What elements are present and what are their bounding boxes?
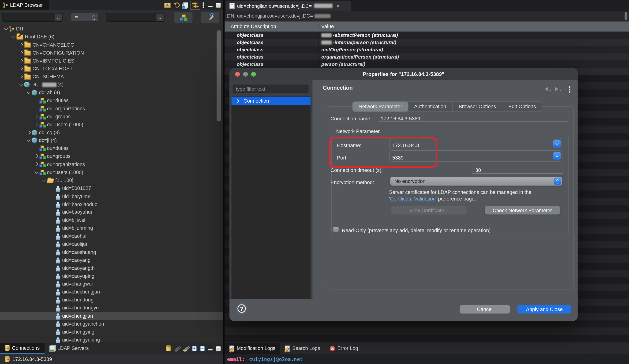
log-email-value[interactable]: cuiyingsj@o2oa.net [249, 356, 303, 362]
tree-item-uid-bijunming[interactable]: uid=bijunming [0, 224, 223, 232]
view-menu-icon[interactable] [569, 86, 570, 88]
editor-scrollbar[interactable] [625, 12, 627, 20]
minimize-icon[interactable] [208, 6, 213, 7]
tree-item-uid-bijiwei[interactable]: uid=bijiwei [0, 216, 223, 224]
search-attribute-combo[interactable] [2, 13, 63, 22]
chevron-down-icon[interactable] [26, 138, 32, 143]
tab-ldap-servers[interactable]: LDAP Servers [44, 343, 94, 354]
chevron-down-icon[interactable] [41, 178, 47, 183]
chevron-right-icon[interactable] [34, 154, 39, 159]
maximize-icon[interactable] [216, 346, 221, 351]
tree-item-ou-users-1000-[interactable]: ou=users (1000) [0, 121, 223, 128]
tree-item-uid-chengjian[interactable]: uid=chengjian [0, 312, 223, 320]
help-icon[interactable]: ? [237, 304, 246, 313]
swap-arrows-icon[interactable] [192, 2, 198, 8]
back-icon[interactable] [545, 86, 552, 93]
dialog-titlebar[interactable]: Properties for "172.16.84.3-5389" [229, 68, 578, 80]
chevron-down-icon[interactable] [55, 13, 62, 21]
filter-input[interactable]: type filter text [233, 85, 309, 93]
readonly-checkbox[interactable] [333, 227, 338, 232]
tree-item-uid-5001027[interactable]: uid=5001027 [0, 184, 223, 192]
tree-item-ou-duties[interactable]: ou=duties [0, 97, 223, 105]
chevron-right-icon[interactable] [18, 66, 24, 71]
tree-item-uid-caohui[interactable]: uid=caohui [0, 232, 223, 240]
tree-item-ou-organizations[interactable]: ou=organizations [0, 160, 223, 168]
tree-item-dc-cq-3-[interactable]: dc=cq (3) [0, 128, 223, 136]
encryption-select[interactable]: No encryption [390, 177, 562, 186]
tree-item-uid-caoyuping[interactable]: uid=caoyuping [0, 272, 223, 280]
tree-item-uid-caoyangth[interactable]: uid=caoyangth [0, 264, 223, 272]
tree-item-root-dse-6-[interactable]: Root DSE (6) [0, 33, 223, 41]
tree-item-uid-caoyang[interactable]: uid=caoyang [0, 256, 223, 264]
connection-list-item[interactable]: 172.16.84.3-5389 [0, 354, 223, 364]
nav-item-connection[interactable]: Connection [232, 97, 311, 105]
chevron-right-icon[interactable] [34, 162, 39, 167]
tab-connections[interactable]: Connections [0, 343, 44, 354]
disconnect-icon[interactable] [183, 347, 189, 352]
tab-error-log[interactable]: Error Log [325, 343, 363, 354]
connect-icon[interactable] [174, 347, 180, 352]
tree-item-uid-baoyuhui[interactable]: uid=baoyuhui [0, 208, 223, 216]
tree-item-ou-groups[interactable]: ou=groups [0, 113, 223, 121]
link-with-editor-icon[interactable] [183, 2, 188, 8]
tree-item-uid-chengyanchun[interactable]: uid=chengyanchun [0, 320, 223, 328]
collapse-all-icon[interactable] [200, 346, 205, 351]
expand-all-icon[interactable] [192, 346, 197, 351]
tree-item-dc-[interactable]: DC= (4) [0, 81, 223, 89]
tree-scrollbar[interactable] [217, 30, 221, 121]
column-value[interactable]: Value [319, 24, 334, 29]
chevron-right-icon[interactable] [26, 130, 32, 135]
tree-item-uid-chendongye[interactable]: uid=chendongye [0, 304, 223, 312]
tree-item-dit[interactable]: DIT [0, 25, 223, 33]
tree-item-uid-chendong[interactable]: uid=chendong [0, 296, 223, 304]
tree-item-ou-users-1000-[interactable]: ou=users (1000) [0, 168, 223, 176]
tree-item-uid-chengying[interactable]: uid=chengying [0, 328, 223, 336]
maximize-icon[interactable] [216, 3, 221, 8]
minimize-window-icon[interactable] [243, 72, 248, 77]
close-window-icon[interactable] [235, 72, 240, 77]
editor-tab[interactable]: uid=chengjian,ou=users,dc=jl,DC= × [226, 1, 351, 11]
hierarchy-filter-button[interactable] [173, 12, 193, 23]
apply-and-close-button[interactable]: Apply and Close [517, 305, 571, 314]
tree-item-cn-configuration[interactable]: CN=CONFIGURATION [0, 49, 223, 57]
chevron-right-icon[interactable] [18, 58, 24, 63]
certificate-validation-link[interactable]: Certificate Validation [390, 196, 436, 202]
chevron-right-icon[interactable] [34, 114, 39, 120]
attribute-row[interactable]: objectclass-internalperson (structural) [225, 39, 629, 46]
tree-item-dc-ah-4-[interactable]: dc=ah (4) [0, 89, 223, 97]
check-network-parameter-button[interactable]: Check Network Parameter [485, 206, 560, 215]
close-icon[interactable]: × [337, 3, 340, 9]
tree-item-uid-baiyumei[interactable]: uid=baiyumei [0, 192, 223, 200]
timeout-field[interactable] [472, 164, 563, 174]
tree-item-ou-groups[interactable]: ou=groups [0, 152, 223, 160]
dialog-tab-edit-options[interactable]: Edit Options [502, 102, 542, 112]
tab-ldap-browser[interactable]: LDAP Browser [0, 0, 49, 10]
search-operator-combo[interactable]: = [71, 13, 99, 22]
panel-divider[interactable] [223, 0, 225, 364]
tab-search-logs[interactable]: Search Logs [280, 343, 325, 354]
hostname-dropdown-icon[interactable] [553, 140, 561, 147]
chevron-right-icon[interactable] [235, 98, 240, 104]
quick-search-button[interactable] [200, 12, 220, 23]
chevron-down-icon[interactable] [3, 26, 9, 32]
zoom-window-icon[interactable] [251, 72, 256, 77]
chevron-right-icon[interactable] [18, 50, 24, 56]
attribute-row[interactable]: objectclassorganizationalPerson (structu… [225, 53, 629, 61]
attribute-row[interactable]: objectclass-abstractPerson (structural) [225, 32, 629, 39]
chevron-right-icon[interactable] [18, 42, 24, 48]
column-attribute[interactable]: Attribute Description [225, 24, 319, 29]
refresh-icon[interactable] [174, 2, 180, 7]
tree-item-cn-changelog[interactable]: CN=CHANGELOG [0, 41, 223, 49]
forward-icon[interactable] [555, 86, 562, 93]
chevron-down-icon[interactable] [34, 170, 39, 175]
tab-modification-logs[interactable]: Modification Logs [225, 343, 280, 354]
search-value-combo[interactable] [106, 13, 164, 22]
overflow-menu-icon[interactable] [202, 2, 205, 8]
tree-item-uid-chechengjun[interactable]: uid=chechengjun [0, 288, 223, 296]
tree-item-ou-duties[interactable]: ou=duties [0, 144, 223, 152]
port-dropdown-icon[interactable] [553, 152, 561, 160]
import-entry-icon[interactable] [164, 3, 171, 8]
chevron-right-icon[interactable] [18, 74, 24, 79]
chevron-down-icon[interactable] [157, 13, 164, 21]
chevron-right-icon[interactable] [34, 122, 39, 127]
